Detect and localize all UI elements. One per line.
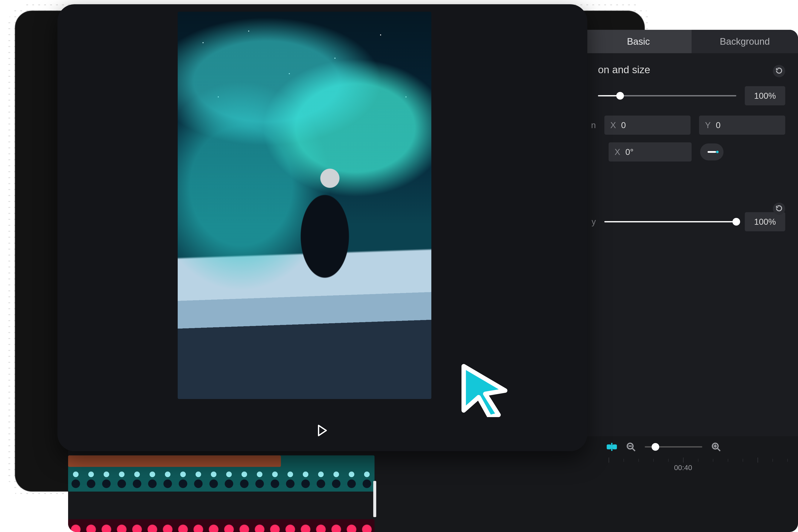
scale-row: 100% bbox=[585, 80, 798, 112]
svg-line-9 bbox=[718, 449, 720, 451]
rotation-toggle[interactable] bbox=[700, 144, 723, 160]
rotation-field[interactable]: X 0° bbox=[609, 142, 691, 162]
timeline-clip-video[interactable] bbox=[68, 519, 375, 532]
cursor-icon bbox=[455, 362, 511, 417]
position-x-field[interactable]: X 0 bbox=[604, 116, 690, 135]
tab-basic[interactable]: Basic bbox=[585, 30, 691, 53]
timeline-clip-orange[interactable] bbox=[68, 455, 281, 467]
svg-rect-0 bbox=[607, 445, 610, 449]
tab-background[interactable]: Background bbox=[691, 30, 798, 53]
zoom-slider[interactable] bbox=[645, 446, 702, 448]
section-opacity bbox=[585, 191, 798, 206]
rotation-label: X bbox=[614, 147, 620, 157]
clip-trim-handle[interactable] bbox=[373, 481, 376, 517]
rotation-row: X 0° bbox=[585, 138, 798, 165]
position-y-value: 0 bbox=[716, 120, 721, 130]
opacity-row: y 100% bbox=[585, 206, 798, 238]
play-icon bbox=[317, 424, 328, 437]
timeline-tracks: kylar-kang-6045659.jpg 00:21:19 bbox=[68, 455, 798, 492]
position-y-field[interactable]: Y 0 bbox=[699, 116, 785, 135]
svg-rect-1 bbox=[613, 445, 616, 449]
reset-icon bbox=[775, 205, 783, 213]
opacity-value[interactable]: 100% bbox=[745, 212, 785, 231]
rotation-value: 0° bbox=[625, 147, 633, 157]
position-x-label: X bbox=[610, 120, 616, 130]
section-position-size: on and size bbox=[585, 53, 798, 80]
properties-panel: Basic Background on and size 100% n X 0 bbox=[585, 30, 798, 436]
position-row: n X 0 Y 0 bbox=[585, 112, 798, 138]
section-title-position-size: on and size bbox=[598, 64, 785, 76]
timeline-toolbar bbox=[585, 436, 798, 457]
reset-opacity-button[interactable] bbox=[773, 203, 785, 215]
play-button[interactable] bbox=[315, 423, 330, 438]
reset-position-size-button[interactable] bbox=[773, 65, 785, 77]
reset-icon bbox=[775, 67, 783, 75]
zoom-in-button[interactable] bbox=[711, 441, 721, 452]
svg-line-5 bbox=[633, 449, 635, 451]
position-y-label: Y bbox=[705, 120, 711, 130]
opacity-slider[interactable] bbox=[604, 221, 736, 222]
scale-slider[interactable] bbox=[598, 95, 736, 96]
properties-tabs: Basic Background bbox=[585, 30, 798, 53]
zoom-out-button[interactable] bbox=[626, 441, 636, 452]
snap-button[interactable] bbox=[607, 441, 617, 452]
clip-thumbnails bbox=[68, 469, 375, 492]
preview-window bbox=[57, 4, 587, 451]
scale-value[interactable]: 100% bbox=[745, 86, 785, 105]
preview-canvas[interactable] bbox=[178, 12, 431, 399]
position-x-value: 0 bbox=[621, 120, 626, 130]
